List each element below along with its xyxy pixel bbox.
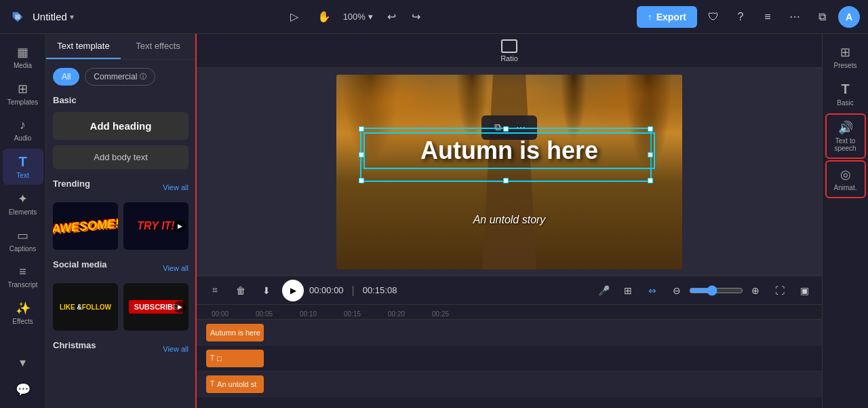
clip-autumn-heading[interactable]: Autumn is here xyxy=(206,324,264,341)
presets-icon: ⊞ xyxy=(840,45,850,60)
sidebar-item-elements[interactable]: ✦ Elements xyxy=(3,186,43,221)
chat-icon: 💬 xyxy=(16,382,31,397)
tab-text-template[interactable]: Text template xyxy=(46,34,121,59)
play-button[interactable]: ▶ xyxy=(282,280,304,301)
sidebar-item-feedback[interactable]: 💬 xyxy=(3,377,43,403)
align-button[interactable]: ⇔ xyxy=(643,281,662,300)
clip-label: An untold st xyxy=(217,380,256,388)
right-panel-label: Basic xyxy=(837,99,853,107)
awesome-text: AWESOME! xyxy=(53,216,118,236)
media-icon: ▦ xyxy=(17,45,28,60)
right-panel-tts[interactable]: 🔊 Text to speech xyxy=(825,113,866,159)
select-tool-button[interactable]: ▷ xyxy=(283,6,305,28)
sidebar-item-audio[interactable]: ♪ Audio xyxy=(3,113,43,147)
right-panel-animate[interactable]: ◎ Animat. xyxy=(825,160,866,198)
timeline-toolbar: ⌗ 🗑 ⬇ ▶ 00:00:00 | 00:15:08 🎤 ⊞ ⇔ ⊖ ⊕ ⛶ … xyxy=(197,276,822,305)
topbar: Untitled ▾ ▷ ✋ 100% ▾ ↩ ↪ ↑ Export 🛡 ? ≡… xyxy=(0,0,868,34)
canvas-frame: ⧉ ⋯ Autumn is here An untold sto xyxy=(336,75,682,270)
social-section-header: Social media View all xyxy=(53,259,189,276)
sidebar-item-transcript[interactable]: ≡ Transcript xyxy=(3,259,43,294)
basic-text-icon: T xyxy=(841,81,849,97)
zoom-slider: ⊖ ⊕ xyxy=(667,281,765,300)
text-clip-icon: T xyxy=(210,380,214,388)
zoom-range-input[interactable] xyxy=(689,285,743,296)
microphone-button[interactable]: 🎤 xyxy=(594,281,613,300)
timeline-tracks: 00:00 00:05 00:10 00:15 00:20 00:25 Autu… xyxy=(197,305,822,408)
template-tryit[interactable]: TRY IT! ▶ xyxy=(123,202,189,250)
split-view-button[interactable]: ⧉ xyxy=(811,6,833,28)
track-row-0: Autumn is here xyxy=(197,320,822,346)
effects-icon: ✨ xyxy=(16,301,31,316)
fullscreen-button[interactable]: ⛶ xyxy=(770,281,789,300)
captions-icon: ▭ xyxy=(17,228,28,243)
view-all-christmas-button[interactable]: View all xyxy=(163,345,189,353)
autumn-background xyxy=(336,75,682,270)
template-subscribe[interactable]: SUBSCRIBE ▶ xyxy=(123,283,189,331)
track-content: 00:00 00:05 00:10 00:15 00:20 00:25 Autu… xyxy=(197,305,822,408)
filter-all-button[interactable]: All xyxy=(53,68,79,86)
sidebar-item-media[interactable]: ▦ Media xyxy=(3,39,43,75)
export-button[interactable]: ↑ Export xyxy=(637,6,697,28)
logo-icon xyxy=(8,7,27,26)
pip-button[interactable]: ▣ xyxy=(795,281,814,300)
topbar-center: ▷ ✋ 100% ▾ ↩ ↪ xyxy=(81,6,630,28)
ruler-mark-0: 00:00 xyxy=(212,310,256,318)
zoom-out-button[interactable]: ⊖ xyxy=(667,281,686,300)
clip-label: Autumn is here xyxy=(210,329,260,337)
doc-title[interactable]: Untitled ▾ xyxy=(33,11,74,22)
filter-commercial-button[interactable]: Commercial ⓘ xyxy=(85,68,155,86)
track-row-2: T An untold st xyxy=(197,371,822,397)
ratio-button[interactable]: Ratio xyxy=(492,34,526,68)
redo-button[interactable]: ↪ xyxy=(406,6,427,28)
tryit-text: TRY IT! xyxy=(137,220,174,232)
trending-section-header: Trending View all xyxy=(53,179,189,196)
clip-untold[interactable]: T An untold st xyxy=(206,375,264,393)
right-panel-label: Presets xyxy=(834,62,857,69)
sidebar-item-text[interactable]: T Text xyxy=(3,149,43,185)
shield-icon-button[interactable]: 🛡 xyxy=(703,6,724,28)
zoom-display[interactable]: 100% ▾ xyxy=(343,12,373,22)
ratio-icon xyxy=(501,39,517,53)
right-panel-label: Animat. xyxy=(834,184,857,191)
ruler-mark-5: 00:25 xyxy=(432,310,476,318)
sidebar-item-templates[interactable]: ⊞ Templates xyxy=(3,76,43,111)
help-button[interactable]: ? xyxy=(730,6,751,28)
sidebar-item-label: Media xyxy=(14,62,32,69)
templates-icon: ⊞ xyxy=(18,81,28,96)
timeline-download-button[interactable]: ⬇ xyxy=(256,280,277,301)
view-all-trending-button[interactable]: View all xyxy=(163,183,189,191)
scene-button[interactable]: ⊞ xyxy=(618,281,637,300)
canvas-sub-text[interactable]: An untold story xyxy=(473,214,546,226)
canvas-viewport: ⧉ ⋯ Autumn is here An untold sto xyxy=(197,68,822,276)
timeline-split-button[interactable]: ⌗ xyxy=(205,280,225,301)
timeline-ruler: 00:00 00:05 00:10 00:15 00:20 00:25 xyxy=(197,305,822,320)
more-button[interactable]: ⋯ xyxy=(784,6,806,28)
clip-text-t[interactable]: T □ xyxy=(206,350,264,367)
view-all-social-button[interactable]: View all xyxy=(163,264,189,272)
undo-button[interactable]: ↩ xyxy=(381,6,403,28)
social-grid: LIKE &FOLLOW SUBSCRIBE ▶ xyxy=(53,283,189,331)
template-awesome[interactable]: AWESOME! xyxy=(53,202,118,250)
christmas-section-header: Christmas View all xyxy=(53,340,189,357)
add-body-button[interactable]: Add body text xyxy=(53,145,189,169)
right-panel-basic[interactable]: T Basic xyxy=(825,76,866,112)
sidebar-item-effects[interactable]: ✨ Effects xyxy=(3,295,43,331)
timeline-delete-button[interactable]: 🗑 xyxy=(231,280,251,301)
time-current: 00:00:00 xyxy=(309,285,344,295)
sidebar-item-captions[interactable]: ▭ Captions xyxy=(3,223,43,258)
hand-tool-button[interactable]: ✋ xyxy=(313,6,335,28)
add-heading-button[interactable]: Add heading xyxy=(53,112,189,140)
canvas-main-text[interactable]: Autumn is here xyxy=(363,132,655,169)
right-panel-presets[interactable]: ⊞ Presets xyxy=(825,39,866,75)
sidebar-item-more[interactable]: ▾ xyxy=(3,350,43,375)
sidebar-item-label: Elements xyxy=(9,208,37,216)
canvas-toolbar: Ratio xyxy=(197,34,822,68)
info-icon: ⓘ xyxy=(140,72,146,81)
ruler-mark-1: 00:05 xyxy=(256,310,300,318)
tab-text-effects[interactable]: Text effects xyxy=(121,34,195,59)
filter-row: All Commercial ⓘ xyxy=(53,68,189,86)
zoom-in-button[interactable]: ⊕ xyxy=(746,281,765,300)
template-like-follow[interactable]: LIKE &FOLLOW xyxy=(53,283,118,331)
canvas-area: Ratio ⧉ ⋯ xyxy=(197,34,822,408)
layers-button[interactable]: ≡ xyxy=(757,6,778,28)
